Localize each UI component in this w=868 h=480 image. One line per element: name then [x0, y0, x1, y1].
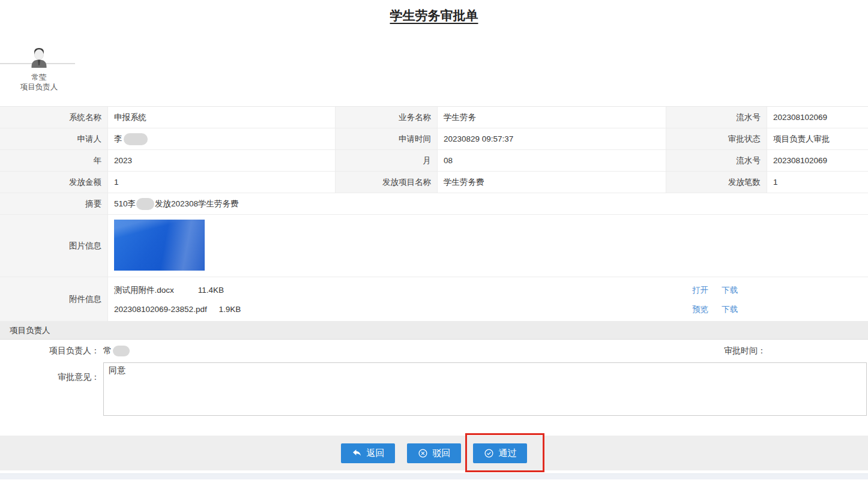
field-value-apply-time: 20230829 09:57:37 — [438, 128, 666, 150]
field-label-applicant: 申请人 — [0, 128, 108, 150]
reject-button[interactable]: 驳回 — [407, 443, 461, 463]
bottom-bar — [0, 473, 868, 479]
field-label-count: 发放笔数 — [666, 172, 767, 193]
field-value-year: 2023 — [108, 150, 336, 172]
summary-prefix: 510李 — [114, 199, 136, 209]
approver-name: 常莹 — [0, 73, 78, 82]
field-value-business: 学生劳务 — [438, 107, 666, 128]
redaction-blob — [113, 346, 130, 356]
field-value-summary: 510李发放202308学生劳务费 — [108, 193, 868, 215]
field-value-serial2: 202308102069 — [767, 150, 868, 172]
action-footer: 返回 驳回 通过 — [0, 436, 868, 470]
attachment-download-link[interactable]: 下载 — [722, 302, 738, 317]
attachment-download-link[interactable]: 下载 — [722, 283, 738, 298]
field-label-year: 年 — [0, 150, 108, 172]
field-label-business: 业务名称 — [336, 107, 438, 128]
attachment-size: 11.4KB — [198, 286, 224, 295]
approver-role: 项目负责人 — [0, 82, 78, 92]
back-arrow-icon — [352, 448, 362, 458]
approver-field-label: 项目负责人： — [0, 346, 103, 356]
field-value-project: 学生劳务费 — [438, 172, 666, 193]
opinion-label: 审批意见： — [0, 362, 103, 383]
redaction-blob — [124, 133, 148, 145]
redaction-blob — [136, 198, 154, 210]
field-label-serial: 流水号 — [666, 107, 767, 128]
field-value-image — [108, 215, 868, 277]
spacer — [0, 416, 868, 436]
field-value-month: 08 — [438, 150, 666, 172]
back-button-label: 返回 — [367, 448, 385, 459]
approve-button-wrap: 通过 — [473, 443, 527, 463]
page-header: 学生劳务审批单 — [0, 0, 868, 24]
approval-time-label: 审批时间： — [724, 346, 766, 356]
back-button[interactable]: 返回 — [341, 443, 395, 463]
circle-x-icon — [418, 448, 428, 458]
reject-button-label: 驳回 — [433, 448, 451, 459]
approval-form-table: 系统名称 申报系统 业务名称 学生劳务 流水号 202308102069 申请人… — [0, 106, 868, 322]
page-title: 学生劳务审批单 — [390, 8, 478, 22]
field-value-serial: 202308102069 — [767, 107, 868, 128]
field-value-attachments: 测试用附件.docx 11.4KB 打开 下载 202308102069-238… — [108, 277, 868, 322]
image-thumbnail[interactable] — [114, 220, 205, 271]
attachment-row: 测试用附件.docx 11.4KB 打开 下载 — [114, 283, 868, 298]
field-label-serial2: 流水号 — [666, 150, 767, 172]
field-label-attachments: 附件信息 — [0, 277, 108, 322]
field-value-amount: 1 — [108, 172, 336, 193]
opinion-row: 审批意见： 同意 — [0, 362, 868, 416]
circle-check-icon — [484, 448, 494, 458]
field-label-project: 发放项目名称 — [336, 172, 438, 193]
approval-section-header: 项目负责人 — [0, 322, 868, 340]
field-label-system: 系统名称 — [0, 107, 108, 128]
field-label-status: 审批状态 — [666, 128, 767, 150]
field-label-month: 月 — [336, 150, 438, 172]
attachment-row: 202308102069-23852.pdf 1.9KB 预览 下载 — [114, 302, 868, 317]
attachment-open-link[interactable]: 打开 — [692, 283, 708, 298]
applicant-name: 李 — [114, 134, 122, 145]
field-value-system: 申报系统 — [108, 107, 336, 128]
approve-button[interactable]: 通过 — [473, 443, 527, 463]
field-label-amount: 发放金额 — [0, 172, 108, 193]
attachment-name: 测试用附件.docx — [114, 283, 186, 298]
opinion-textarea[interactable]: 同意 — [103, 362, 867, 416]
attachment-preview-link[interactable]: 预览 — [692, 302, 708, 317]
field-label-image: 图片信息 — [0, 215, 108, 277]
attachment-size: 1.9KB — [219, 305, 241, 314]
field-value-status: 项目负责人审批 — [767, 128, 868, 150]
approve-button-label: 通过 — [499, 448, 517, 459]
approver-row: 项目负责人： 常 审批时间： — [0, 340, 868, 362]
field-label-apply-time: 申请时间 — [336, 128, 438, 150]
summary-suffix: 发放202308学生劳务费 — [155, 199, 239, 209]
attachment-name: 202308102069-23852.pdf — [114, 302, 207, 317]
field-value-count: 1 — [767, 172, 868, 193]
approver-avatar-icon — [26, 47, 52, 70]
approver-field-value: 常 — [103, 346, 112, 356]
field-label-summary: 摘要 — [0, 193, 108, 215]
field-value-applicant: 李 — [108, 128, 336, 150]
workflow-step: 常莹 项目负责人 — [0, 47, 78, 90]
